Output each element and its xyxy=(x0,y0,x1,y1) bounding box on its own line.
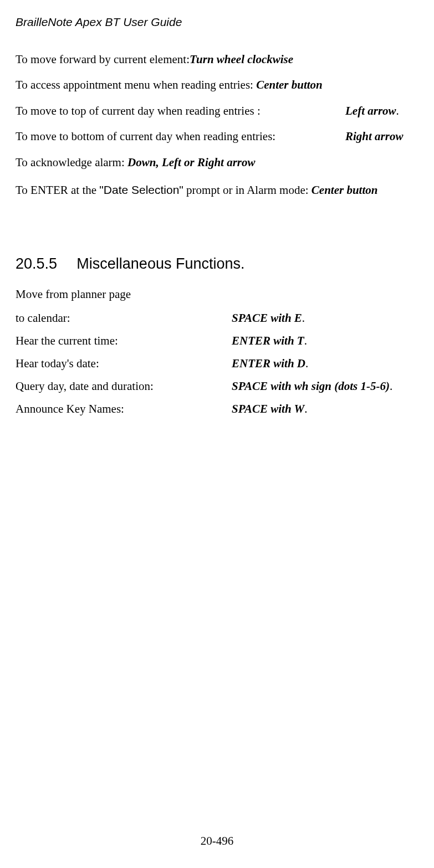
period: . xyxy=(304,402,307,415)
paragraph-bottom-day: To move to bottom of current day when re… xyxy=(16,128,423,145)
command-text: Turn wheel clockwise xyxy=(190,53,293,66)
row-value: SPACE with E. xyxy=(232,311,423,325)
period: . xyxy=(396,104,399,117)
row-value: ENTER with D. xyxy=(232,357,423,371)
row-label: to calendar: xyxy=(16,311,232,325)
paragraph-acknowledge-alarm: To acknowledge alarm: Down, Left or Righ… xyxy=(16,154,423,171)
row-label: Hear today's date: xyxy=(16,357,232,371)
text: To move to top of current day when readi… xyxy=(16,102,345,119)
section-title: Miscellaneous Functions. xyxy=(76,255,244,272)
command-text: Left arrow xyxy=(345,104,396,117)
row-todays-date: Hear today's date: ENTER with D. xyxy=(16,357,423,371)
row-value: SPACE with W. xyxy=(232,402,423,416)
period: . xyxy=(302,311,305,325)
command-text: SPACE with E xyxy=(232,311,302,325)
row-label: Query day, date and duration: xyxy=(16,379,232,393)
command-text: Center button xyxy=(312,183,378,197)
period: . xyxy=(305,357,308,370)
row-value: ENTER with T. xyxy=(232,334,423,348)
command-text: SPACE with W xyxy=(232,402,304,415)
row-current-time: Hear the current time: ENTER with T. xyxy=(16,334,423,348)
period: . xyxy=(304,334,307,347)
paragraph-appointment-menu: To access appointment menu when reading … xyxy=(16,76,423,93)
text: To access appointment menu when reading … xyxy=(16,78,256,91)
row-value: SPACE with wh sign (dots 1-5-6). xyxy=(232,379,423,393)
row-announce-key-names: Announce Key Names: SPACE with W. xyxy=(16,402,423,416)
text: To ENTER at the xyxy=(16,183,99,197)
command-wrap: Left arrow. xyxy=(345,102,399,119)
section-heading: 20.5.5 Miscellaneous Functions. xyxy=(16,255,423,273)
section-number: 20.5.5 xyxy=(16,255,57,272)
text: To move forward by current element: xyxy=(16,53,190,66)
page-header-title: BrailleNote Apex BT User Guide xyxy=(16,16,423,29)
command-text: ENTER with D xyxy=(232,357,305,370)
text: prompt or in Alarm mode: xyxy=(183,183,312,197)
page-number: 20-496 xyxy=(0,834,434,848)
text: To acknowledge alarm: xyxy=(16,156,127,169)
misc-intro: Move from planner page xyxy=(16,286,423,302)
command-text: Center button xyxy=(256,78,323,91)
row-label: Announce Key Names: xyxy=(16,402,232,416)
command-text: SPACE with wh sign (dots 1-5-6) xyxy=(232,379,390,393)
command-text: ENTER with T xyxy=(232,334,304,347)
paragraph-enter-date-selection: To ENTER at the "Date Selection" prompt … xyxy=(16,182,423,198)
period: . xyxy=(390,379,392,393)
quoted-text: "Date Selection" xyxy=(99,183,183,196)
row-to-calendar: to calendar: SPACE with E. xyxy=(16,311,423,325)
command-text: Down, Left or Right arrow xyxy=(127,156,255,169)
row-label: Hear the current time: xyxy=(16,334,232,348)
row-query-day: Query day, date and duration: SPACE with… xyxy=(16,379,423,393)
paragraph-move-forward: To move forward by current element:Turn … xyxy=(16,51,423,68)
command-text: Right arrow xyxy=(345,128,403,145)
text: To move to bottom of current day when re… xyxy=(16,128,345,145)
paragraph-top-day: To move to top of current day when readi… xyxy=(16,102,423,119)
